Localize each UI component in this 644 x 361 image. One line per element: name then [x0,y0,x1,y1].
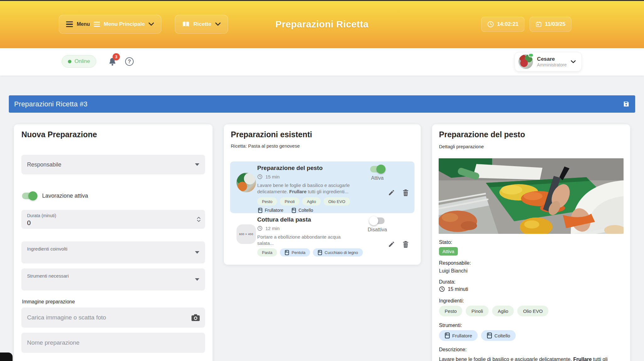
lavorazione-label: Lavorazione attiva [42,193,88,199]
kitchen-tool-icon [285,250,289,255]
corner-overlay [0,353,13,361]
ricette-button-label: Ricette [193,21,211,27]
chevron-down-icon [195,163,199,166]
current-date: 11/03/25 [545,21,565,27]
save-icon [623,100,630,108]
kitchen-tool-icon [445,332,450,339]
chevron-down-icon [215,22,221,26]
app-window: Menu Menu Principale Ricette Preparazion… [0,0,644,361]
help-glyph: ? [128,59,131,65]
ingredienti-select[interactable]: Ingredienti coinvolti [21,241,205,263]
hamburger-icon-light [94,22,100,27]
preparation-duration: 15 min [265,174,280,179]
tool-chip: Pentola [280,248,310,257]
preparation-row-cottura[interactable]: 600 × 400 Cottura della pasta 12 min Por… [230,213,414,265]
nome-preparazione-placeholder: Nome preparazione [27,339,80,346]
app-header: Menu Menu Principale Ricette Preparazion… [0,1,644,48]
preparation-details-card: Preparazione del pesto Dettagli preparaz… [432,124,630,361]
preparation-description: Lavare bene le foglie di basilico e asci… [257,182,355,195]
user-avatar [519,54,533,69]
durata-label: Durata: [439,279,455,285]
record-title: Preparazioni Ricetta #3 [14,100,87,108]
image-section-label: Immagine preparazione [22,299,75,305]
tool-chip: Cucchiaio di legno [313,248,363,257]
main-menu-selector[interactable]: Menu Menu Principale [59,15,161,34]
ricette-selector[interactable]: Ricette [175,15,228,34]
durata-label: Durata (minuti) [27,213,56,218]
preparation-title: Cottura della pasta [257,216,311,223]
tool-chip: Coltello [481,330,516,341]
status-toolbar: Online 3 ? Cesare Amministratore [0,48,644,76]
durata-input[interactable]: Durata (minuti) 0 [21,210,205,229]
ingredient-chip: Pinoli [280,197,299,206]
descrizione-text: Lavare bene le foglie di basilico e asci… [439,356,623,361]
preparation-active-toggle[interactable] [370,166,385,172]
kitchen-tool-icon [318,250,322,255]
tool-chip: Frullatore [439,330,478,341]
delete-button[interactable] [402,189,409,196]
preparation-thumbnail-placeholder: 600 × 400 [236,224,256,244]
strumenti-select[interactable]: Strumenti necessari [21,268,205,290]
delete-button[interactable] [402,241,409,248]
user-role: Amministratore [537,62,567,67]
user-menu[interactable]: Cesare Amministratore [514,52,582,71]
save-button[interactable] [623,100,630,108]
responsabile-value: Luigi Bianchi [439,268,468,274]
preparation-photo [439,158,624,234]
ingredienti-label: Ingredienti: [439,298,464,304]
clock-icon [257,174,263,179]
strumenti-placeholder: Strumenti necessari [27,273,69,279]
status-badge: Attiva [439,247,458,256]
edit-button[interactable] [388,189,395,196]
notification-count-badge: 3 [113,53,120,60]
online-label: Online [75,58,90,65]
quantity-stepper[interactable] [197,217,201,222]
lavorazione-toggle[interactable] [22,193,36,199]
ingredient-chip: Pasta [257,248,277,257]
kitchen-tool-icon [487,332,492,339]
date-widget[interactable]: 11/03/25 [530,17,571,32]
preparation-description: Portare a ebollizione abbondante acqua s… [257,234,355,246]
image-upload-input[interactable]: Carica immagine o scatta foto [21,307,205,328]
stato-label: Stato: [439,240,452,245]
kitchen-tool-icon [258,208,263,213]
ingredient-chip: Pesto [257,197,277,206]
top-border [0,0,644,1]
online-dot-icon [68,60,71,63]
preparation-thumbnail [236,173,256,192]
responsabile-label: Responsabile: [439,260,471,266]
durata-value: 15 minuti [448,286,468,292]
strumenti-label: Strumenti: [439,323,462,328]
new-preparation-card: Nuova Preparazione Responsabile Lavorazi… [14,124,213,361]
camera-button[interactable] [191,314,200,321]
preparation-active-toggle[interactable] [370,217,385,224]
edit-button[interactable] [388,241,395,248]
preparation-row-pesto[interactable]: Preparazione del pesto 15 min Lavare ben… [230,161,414,213]
durata-value: 0 [27,219,31,227]
card-title: Nuova Preparazione [21,130,97,139]
online-status-badge: Online [62,55,96,68]
user-status-dot [528,53,534,57]
menu-selected-value: Menu Principale [104,21,145,27]
details-subtitle: Dettagli preparazione [439,144,484,149]
trash-icon [402,241,409,248]
record-banner: Preparazioni Ricetta #3 [9,95,635,113]
hamburger-icon[interactable] [66,21,73,27]
pencil-icon [388,189,395,196]
toggle-state-label: Disattiva [368,227,387,233]
existing-preparations-card: Preparazioni esistenti Ricetta: Pasta al… [224,124,421,265]
clock-icon [439,286,445,292]
ingredient-chip: Aglio [302,197,321,206]
ingredient-chip: Pesto [439,306,462,316]
notifications-button[interactable]: 3 [108,57,118,67]
ingredient-chip: Pinoli [466,306,489,316]
card-title: Preparazione del pesto [439,130,525,139]
clock-icon [487,21,494,28]
clock-widget[interactable]: 14:02:21 [481,17,525,32]
kitchen-tool-icon [291,208,296,213]
responsabile-select[interactable]: Responsabile [21,155,205,174]
nome-preparazione-input[interactable]: Nome preparazione [21,333,205,353]
help-button[interactable]: ? [125,57,134,66]
ingredient-chip: Olio EVO [324,197,350,206]
chevron-down-icon [148,22,154,26]
